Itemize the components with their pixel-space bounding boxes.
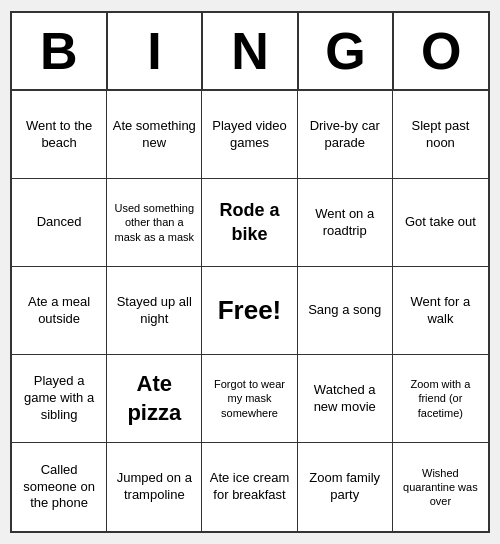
bingo-cell-23[interactable]: Zoom family party bbox=[298, 443, 393, 531]
bingo-cell-9[interactable]: Got take out bbox=[393, 179, 488, 267]
bingo-cell-10[interactable]: Ate a meal outside bbox=[12, 267, 107, 355]
bingo-grid: Went to the beachAte something newPlayed… bbox=[12, 91, 488, 531]
bingo-cell-3[interactable]: Drive-by car parade bbox=[298, 91, 393, 179]
bingo-cell-11[interactable]: Stayed up all night bbox=[107, 267, 202, 355]
bingo-cell-24[interactable]: Wished quarantine was over bbox=[393, 443, 488, 531]
bingo-cell-5[interactable]: Danced bbox=[12, 179, 107, 267]
bingo-cell-16[interactable]: Ate pizza bbox=[107, 355, 202, 443]
bingo-cell-2[interactable]: Played video games bbox=[202, 91, 297, 179]
bingo-cell-4[interactable]: Slept past noon bbox=[393, 91, 488, 179]
bingo-cell-1[interactable]: Ate something new bbox=[107, 91, 202, 179]
bingo-card: BINGO Went to the beachAte something new… bbox=[10, 11, 490, 533]
bingo-cell-14[interactable]: Went for a walk bbox=[393, 267, 488, 355]
bingo-cell-17[interactable]: Forgot to wear my mask somewhere bbox=[202, 355, 297, 443]
header-letter-O: O bbox=[394, 13, 488, 91]
bingo-cell-18[interactable]: Watched a new movie bbox=[298, 355, 393, 443]
bingo-cell-19[interactable]: Zoom with a friend (or facetime) bbox=[393, 355, 488, 443]
bingo-cell-0[interactable]: Went to the beach bbox=[12, 91, 107, 179]
header-letter-B: B bbox=[12, 13, 108, 91]
bingo-cell-13[interactable]: Sang a song bbox=[298, 267, 393, 355]
bingo-cell-8[interactable]: Went on a roadtrip bbox=[298, 179, 393, 267]
bingo-cell-6[interactable]: Used something other than a mask as a ma… bbox=[107, 179, 202, 267]
bingo-cell-22[interactable]: Ate ice cream for breakfast bbox=[202, 443, 297, 531]
bingo-cell-12[interactable]: Free! bbox=[202, 267, 297, 355]
bingo-cell-15[interactable]: Played a game with a sibling bbox=[12, 355, 107, 443]
bingo-cell-7[interactable]: Rode a bike bbox=[202, 179, 297, 267]
header-letter-G: G bbox=[299, 13, 395, 91]
bingo-header: BINGO bbox=[12, 13, 488, 91]
header-letter-I: I bbox=[108, 13, 204, 91]
bingo-cell-21[interactable]: Jumped on a trampoline bbox=[107, 443, 202, 531]
header-letter-N: N bbox=[203, 13, 299, 91]
bingo-cell-20[interactable]: Called someone on the phone bbox=[12, 443, 107, 531]
